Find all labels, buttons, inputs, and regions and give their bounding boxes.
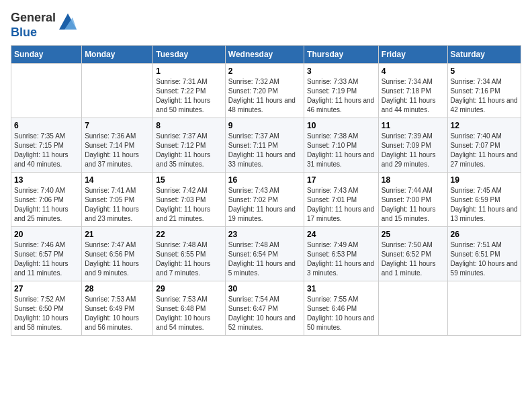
day-info: Sunrise: 7:36 AMSunset: 7:14 PMDaylight:… — [85, 132, 150, 169]
day-number: 20 — [14, 230, 79, 239]
day-info: Sunrise: 7:34 AMSunset: 7:16 PMDaylight:… — [451, 77, 518, 115]
day-number: 19 — [451, 175, 518, 185]
day-number: 29 — [156, 284, 222, 293]
calendar-cell: 24Sunrise: 7:49 AMSunset: 6:53 PMDayligh… — [304, 227, 379, 281]
day-number: 16 — [228, 175, 301, 185]
logo-general-text: General — [11, 11, 56, 26]
calendar-cell: 13Sunrise: 7:40 AMSunset: 7:06 PMDayligh… — [11, 173, 82, 227]
col-header-saturday: Saturday — [447, 46, 521, 64]
day-info: Sunrise: 7:42 AMSunset: 7:03 PMDaylight:… — [156, 186, 222, 224]
col-header-thursday: Thursday — [304, 46, 379, 64]
calendar-cell: 30Sunrise: 7:54 AMSunset: 6:47 PMDayligh… — [225, 281, 304, 336]
day-number: 30 — [228, 284, 301, 293]
calendar-cell: 2Sunrise: 7:32 AMSunset: 7:20 PMDaylight… — [225, 64, 304, 118]
logo: General Blue — [11, 11, 78, 40]
day-info: Sunrise: 7:47 AMSunset: 6:56 PMDaylight:… — [85, 240, 150, 278]
day-number: 10 — [307, 121, 375, 130]
day-info: Sunrise: 7:45 AMSunset: 6:59 PMDaylight:… — [451, 186, 518, 224]
day-number: 8 — [156, 121, 222, 130]
day-info: Sunrise: 7:33 AMSunset: 7:19 PMDaylight:… — [307, 77, 375, 115]
calendar-cell: 15Sunrise: 7:42 AMSunset: 7:03 PMDayligh… — [153, 173, 225, 227]
calendar-cell: 9Sunrise: 7:37 AMSunset: 7:11 PMDaylight… — [225, 118, 304, 173]
day-info: Sunrise: 7:43 AMSunset: 7:01 PMDaylight:… — [307, 186, 375, 224]
calendar-cell: 27Sunrise: 7:52 AMSunset: 6:50 PMDayligh… — [11, 281, 82, 336]
day-info: Sunrise: 7:35 AMSunset: 7:15 PMDaylight:… — [14, 132, 79, 169]
day-info: Sunrise: 7:54 AMSunset: 6:47 PMDaylight:… — [228, 295, 301, 332]
calendar-cell: 11Sunrise: 7:39 AMSunset: 7:09 PMDayligh… — [378, 118, 447, 173]
day-number: 18 — [382, 175, 445, 185]
calendar-cell: 1Sunrise: 7:31 AMSunset: 7:22 PMDaylight… — [153, 64, 225, 118]
day-info: Sunrise: 7:40 AMSunset: 7:07 PMDaylight:… — [451, 132, 518, 169]
calendar-cell — [82, 64, 153, 118]
week-row-1: 1Sunrise: 7:31 AMSunset: 7:22 PMDaylight… — [11, 64, 521, 118]
day-info: Sunrise: 7:46 AMSunset: 6:57 PMDaylight:… — [14, 240, 79, 278]
day-number: 22 — [156, 230, 222, 239]
day-info: Sunrise: 7:39 AMSunset: 7:09 PMDaylight:… — [382, 132, 445, 169]
calendar-cell: 28Sunrise: 7:53 AMSunset: 6:49 PMDayligh… — [82, 281, 153, 336]
calendar-cell: 17Sunrise: 7:43 AMSunset: 7:01 PMDayligh… — [304, 173, 379, 227]
day-info: Sunrise: 7:38 AMSunset: 7:10 PMDaylight:… — [307, 132, 375, 169]
day-number: 27 — [14, 284, 79, 293]
day-number: 17 — [307, 175, 375, 185]
header-row: SundayMondayTuesdayWednesdayThursdayFrid… — [11, 46, 521, 64]
week-row-5: 27Sunrise: 7:52 AMSunset: 6:50 PMDayligh… — [11, 281, 521, 336]
col-header-sunday: Sunday — [11, 46, 82, 64]
calendar-cell: 23Sunrise: 7:48 AMSunset: 6:54 PMDayligh… — [225, 227, 304, 281]
day-info: Sunrise: 7:41 AMSunset: 7:05 PMDaylight:… — [85, 186, 150, 224]
day-info: Sunrise: 7:32 AMSunset: 7:20 PMDaylight:… — [228, 77, 301, 115]
day-info: Sunrise: 7:44 AMSunset: 7:00 PMDaylight:… — [382, 186, 445, 224]
day-info: Sunrise: 7:52 AMSunset: 6:50 PMDaylight:… — [14, 295, 79, 332]
day-number: 1 — [156, 66, 222, 76]
day-number: 5 — [451, 66, 518, 76]
calendar-cell: 31Sunrise: 7:55 AMSunset: 6:46 PMDayligh… — [304, 281, 379, 336]
col-header-tuesday: Tuesday — [153, 46, 225, 64]
calendar-cell: 4Sunrise: 7:34 AMSunset: 7:18 PMDaylight… — [378, 64, 447, 118]
calendar-cell: 3Sunrise: 7:33 AMSunset: 7:19 PMDaylight… — [304, 64, 379, 118]
day-number: 25 — [382, 230, 445, 239]
day-number: 3 — [307, 66, 375, 76]
day-number: 24 — [307, 230, 375, 239]
col-header-friday: Friday — [378, 46, 447, 64]
page-header: General Blue — [11, 11, 521, 40]
day-info: Sunrise: 7:51 AMSunset: 6:51 PMDaylight:… — [451, 240, 518, 278]
calendar-cell: 5Sunrise: 7:34 AMSunset: 7:16 PMDaylight… — [447, 64, 521, 118]
day-number: 12 — [451, 121, 518, 130]
day-number: 2 — [228, 66, 301, 76]
calendar-cell: 21Sunrise: 7:47 AMSunset: 6:56 PMDayligh… — [82, 227, 153, 281]
day-info: Sunrise: 7:37 AMSunset: 7:11 PMDaylight:… — [228, 132, 301, 169]
calendar-cell — [378, 281, 447, 336]
calendar-cell: 25Sunrise: 7:50 AMSunset: 6:52 PMDayligh… — [378, 227, 447, 281]
calendar-cell — [11, 64, 82, 118]
week-row-4: 20Sunrise: 7:46 AMSunset: 6:57 PMDayligh… — [11, 227, 521, 281]
logo-blue-text: Blue — [11, 26, 56, 40]
day-info: Sunrise: 7:40 AMSunset: 7:06 PMDaylight:… — [14, 186, 79, 224]
day-info: Sunrise: 7:53 AMSunset: 6:48 PMDaylight:… — [156, 295, 222, 332]
day-number: 28 — [85, 284, 150, 293]
day-info: Sunrise: 7:43 AMSunset: 7:02 PMDaylight:… — [228, 186, 301, 224]
day-number: 9 — [228, 121, 301, 130]
day-info: Sunrise: 7:48 AMSunset: 6:54 PMDaylight:… — [228, 240, 301, 278]
day-number: 7 — [85, 121, 150, 130]
day-info: Sunrise: 7:31 AMSunset: 7:22 PMDaylight:… — [156, 77, 222, 115]
calendar-cell: 22Sunrise: 7:48 AMSunset: 6:55 PMDayligh… — [153, 227, 225, 281]
week-row-2: 6Sunrise: 7:35 AMSunset: 7:15 PMDaylight… — [11, 118, 521, 173]
calendar-cell: 19Sunrise: 7:45 AMSunset: 6:59 PMDayligh… — [447, 173, 521, 227]
day-number: 4 — [382, 66, 445, 76]
logo-icon — [58, 11, 78, 31]
day-number: 21 — [85, 230, 150, 239]
calendar-cell: 14Sunrise: 7:41 AMSunset: 7:05 PMDayligh… — [82, 173, 153, 227]
calendar-cell: 8Sunrise: 7:37 AMSunset: 7:12 PMDaylight… — [153, 118, 225, 173]
col-header-monday: Monday — [82, 46, 153, 64]
day-number: 11 — [382, 121, 445, 130]
day-number: 14 — [85, 175, 150, 185]
day-info: Sunrise: 7:37 AMSunset: 7:12 PMDaylight:… — [156, 132, 222, 169]
col-header-wednesday: Wednesday — [225, 46, 304, 64]
day-number: 6 — [14, 121, 79, 130]
day-info: Sunrise: 7:48 AMSunset: 6:55 PMDaylight:… — [156, 240, 222, 278]
day-number: 13 — [14, 175, 79, 185]
calendar-cell — [447, 281, 521, 336]
calendar-cell: 12Sunrise: 7:40 AMSunset: 7:07 PMDayligh… — [447, 118, 521, 173]
day-number: 31 — [307, 284, 375, 293]
calendar-cell: 29Sunrise: 7:53 AMSunset: 6:48 PMDayligh… — [153, 281, 225, 336]
day-info: Sunrise: 7:34 AMSunset: 7:18 PMDaylight:… — [382, 77, 445, 115]
